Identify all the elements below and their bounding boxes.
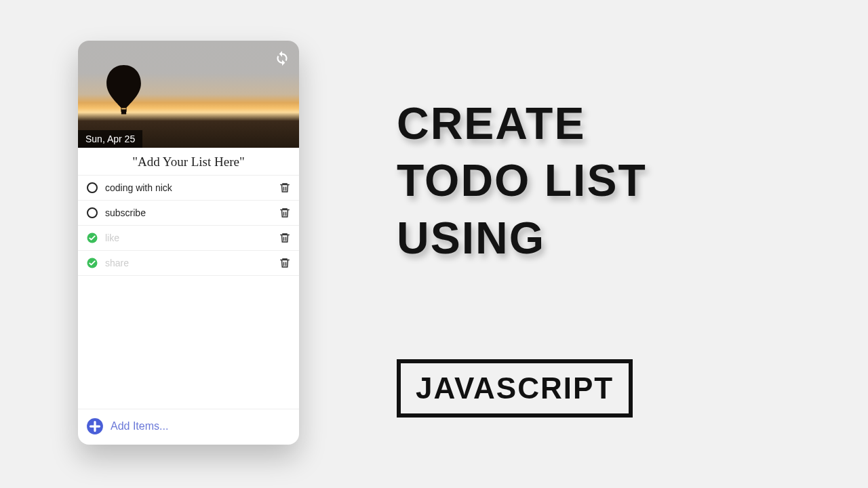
item-label: like bbox=[105, 232, 272, 243]
list-prompt: "Add Your List Here" bbox=[78, 148, 299, 176]
headline: CREATE TODO LIST USING bbox=[397, 95, 647, 266]
checked-icon[interactable] bbox=[86, 232, 98, 244]
list-item[interactable]: subscribe bbox=[78, 201, 299, 226]
todo-card: Sun, Apr 25 "Add Your List Here" coding … bbox=[78, 41, 299, 445]
list-item[interactable]: coding with nick bbox=[78, 176, 299, 201]
headline-line: TODO LIST bbox=[397, 152, 647, 209]
item-label: subscribe bbox=[105, 207, 272, 218]
svg-rect-0 bbox=[121, 109, 126, 114]
trash-icon[interactable] bbox=[279, 207, 291, 219]
trash-icon[interactable] bbox=[279, 232, 291, 244]
list-item[interactable]: like bbox=[78, 226, 299, 251]
unchecked-icon[interactable] bbox=[86, 207, 98, 219]
refresh-icon[interactable] bbox=[273, 49, 291, 66]
item-label: share bbox=[105, 258, 272, 268]
add-icon[interactable] bbox=[86, 418, 104, 435]
trash-icon[interactable] bbox=[279, 182, 291, 194]
item-label: coding with nick bbox=[105, 182, 272, 193]
list-item[interactable]: share bbox=[78, 251, 299, 276]
add-row bbox=[78, 409, 299, 445]
unchecked-icon[interactable] bbox=[86, 182, 98, 194]
headline-line: CREATE bbox=[397, 95, 647, 152]
headline-line: USING bbox=[397, 209, 647, 266]
add-input[interactable] bbox=[111, 420, 291, 432]
checked-icon[interactable] bbox=[86, 257, 98, 269]
todo-list: coding with nick subscribe like bbox=[78, 176, 299, 409]
date-label: Sun, Apr 25 bbox=[78, 130, 142, 148]
balloon-silhouette bbox=[105, 65, 142, 118]
trash-icon[interactable] bbox=[279, 257, 291, 269]
hero-image: Sun, Apr 25 bbox=[78, 41, 299, 148]
headline-box: JAVASCRIPT bbox=[397, 359, 633, 418]
